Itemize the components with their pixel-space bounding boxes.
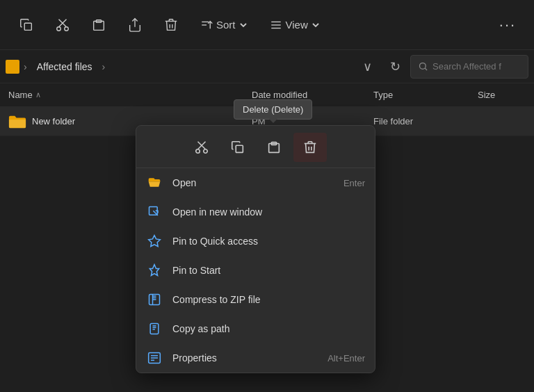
sort-icon	[200, 19, 213, 31]
ctx-open-new-window-label: Open in new window	[172, 206, 355, 218]
ctx-properties-label: Properties	[172, 352, 318, 364]
new-window-icon	[147, 205, 161, 219]
delete-tooltip: Delete (Delete)	[234, 99, 312, 120]
addr-sep1: ›	[22, 61, 29, 72]
share-icon	[127, 17, 143, 33]
svg-point-15	[420, 63, 426, 70]
svg-line-16	[425, 68, 427, 70]
sort-button[interactable]: Sort	[192, 15, 256, 35]
col-header-date[interactable]: Date modified	[252, 90, 373, 100]
delete-button[interactable]	[156, 10, 186, 40]
ctx-cut-button[interactable]	[185, 133, 218, 162]
ctx-quick-row	[136, 126, 375, 168]
ctx-copy-button[interactable]	[221, 133, 254, 162]
view-label: View	[286, 19, 308, 31]
ctx-open-label: Open	[172, 177, 334, 188]
copy-path-icon	[147, 322, 161, 336]
svg-rect-0	[24, 23, 31, 30]
cut-button[interactable]	[47, 10, 78, 40]
more-button[interactable]: ···	[492, 10, 523, 40]
folder-open-icon	[147, 176, 161, 190]
svg-rect-22	[236, 145, 243, 152]
ctx-copy-path-label: Copy as path	[172, 323, 355, 334]
delete-icon	[163, 17, 179, 33]
sort-label: Sort	[216, 19, 236, 31]
svg-point-1	[57, 26, 61, 31]
toolbar: Sort View ···	[0, 0, 534, 50]
paste-button[interactable]	[83, 10, 114, 40]
ctx-item-copy-path[interactable]: Copy as path	[136, 314, 375, 343]
ctx-properties-shortcut: Alt+Enter	[327, 353, 365, 364]
svg-line-19	[197, 145, 202, 149]
ctx-pin-start-icon	[146, 262, 163, 279]
folder-svg-icon	[8, 114, 26, 129]
search-icon	[418, 61, 428, 72]
ctx-item-properties[interactable]: Properties Alt+Enter	[136, 343, 375, 373]
star-icon	[147, 234, 161, 248]
addr-refresh-icon: ↻	[390, 59, 400, 74]
sort-chevron-icon	[239, 21, 248, 29]
view-button[interactable]: View	[261, 15, 328, 35]
ctx-item-open[interactable]: Open Enter	[136, 168, 375, 197]
view-icon	[270, 19, 282, 31]
search-box[interactable]	[410, 55, 528, 79]
svg-point-2	[65, 26, 69, 31]
col-header-size[interactable]: Size	[478, 90, 495, 100]
ctx-compress-icon	[146, 291, 163, 308]
svg-point-17	[195, 149, 200, 154]
addr-dropdown-icon: ∨	[363, 59, 372, 74]
search-input[interactable]	[432, 61, 521, 72]
pin-icon	[147, 263, 161, 277]
ctx-compress-label: Compress to ZIP file	[172, 294, 355, 305]
name-sort-arrow: ∧	[35, 90, 41, 99]
address-bar: › Affected files › ∨ ↻	[0, 50, 534, 83]
ctx-paste-button[interactable]	[257, 133, 291, 162]
svg-line-21	[202, 142, 206, 146]
more-dots: ···	[499, 16, 516, 34]
compress-zip-icon	[147, 293, 161, 307]
context-menu: Delete (Delete)	[136, 125, 375, 373]
ctx-properties-icon	[146, 350, 163, 366]
properties-icon	[147, 351, 161, 365]
svg-marker-26	[149, 236, 161, 247]
col-header-name[interactable]: Name ∧	[8, 90, 252, 100]
col-header-type[interactable]: Type	[373, 90, 478, 100]
addr-dropdown-button[interactable]: ∨	[355, 54, 380, 79]
cut-icon	[55, 17, 70, 33]
ctx-item-open-new-window[interactable]: Open in new window	[136, 197, 375, 227]
ctx-paste-icon	[266, 140, 282, 155]
svg-rect-32	[150, 324, 159, 334]
folder-icon	[8, 114, 26, 129]
view-chevron-icon	[312, 21, 320, 29]
ctx-copy-icon	[230, 140, 245, 155]
copy-icon	[19, 17, 34, 33]
folder-color-icon	[6, 60, 19, 74]
addr-refresh-button[interactable]: ↻	[382, 54, 407, 79]
ctx-cut-icon	[194, 140, 209, 155]
ctx-item-pin-quick-access[interactable]: Pin to Quick access	[136, 227, 375, 256]
svg-line-3	[59, 23, 63, 27]
ctx-item-pin-start[interactable]: Pin to Start	[136, 256, 375, 285]
ctx-open-shortcut: Enter	[343, 178, 365, 188]
ctx-pin-quick-icon	[146, 233, 163, 250]
ctx-pin-quick-label: Pin to Quick access	[172, 236, 355, 247]
ctx-open-icon	[146, 174, 163, 191]
addr-affected-files[interactable]: Affected files	[31, 58, 98, 75]
ctx-delete-button[interactable]	[293, 133, 327, 162]
svg-point-18	[203, 149, 207, 154]
copy-button[interactable]	[11, 10, 42, 40]
addr-sep2: ›	[101, 61, 107, 72]
ctx-pin-start-label: Pin to Start	[172, 265, 355, 276]
paste-icon	[91, 17, 106, 33]
svg-line-5	[63, 19, 67, 23]
file-type: File folder	[373, 116, 478, 126]
share-button[interactable]	[120, 10, 150, 40]
ctx-open-new-window-icon	[146, 204, 163, 220]
ctx-item-compress-zip[interactable]: Compress to ZIP file	[136, 285, 375, 314]
ctx-delete-icon	[302, 140, 318, 155]
ctx-copy-path-icon	[146, 320, 163, 337]
